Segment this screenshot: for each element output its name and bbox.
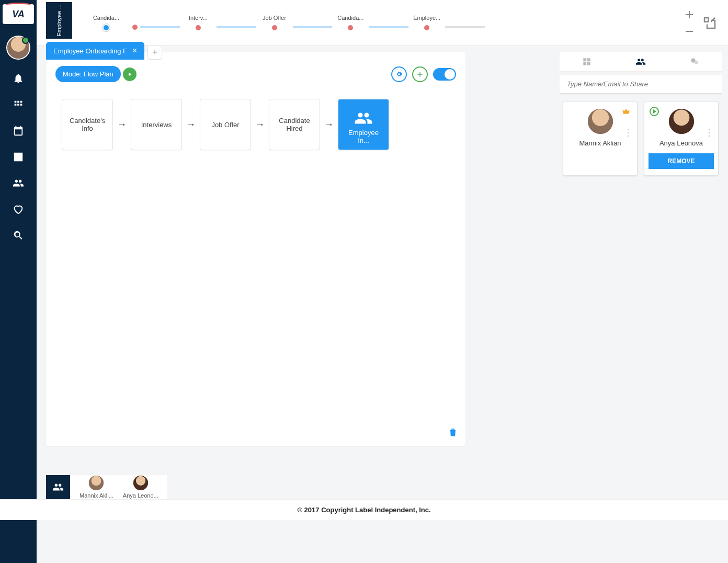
right-panel: Mannix Aklian ⋮ Anya Leonova ⋮ REMOVE xyxy=(560,52,722,183)
people-icon xyxy=(354,109,373,128)
progress-dot[interactable] xyxy=(271,24,278,31)
progress-dot[interactable] xyxy=(103,24,110,31)
add-tab-button[interactable]: + xyxy=(147,45,162,60)
zoom-in-icon[interactable] xyxy=(683,8,696,21)
user-name: Anya Leonova xyxy=(659,139,703,147)
bottom-bar: Mannix Akli... Anya Leono... xyxy=(46,475,167,499)
progress-label: Candida... xyxy=(337,15,363,21)
user-avatar xyxy=(669,109,694,134)
bell-icon[interactable] xyxy=(11,71,26,86)
more-icon[interactable]: ⋮ xyxy=(623,131,633,134)
progress-dot[interactable] xyxy=(347,24,354,31)
flow-cards: Candidate's Info → Interviews → Job Offe… xyxy=(46,88,465,161)
progress-label: Candida... xyxy=(93,15,119,21)
share-input[interactable] xyxy=(560,75,722,94)
people-icon[interactable] xyxy=(11,176,26,190)
mode-pill[interactable]: Mode: Flow Plan xyxy=(55,66,121,82)
sidebar: VA xyxy=(0,0,37,563)
people-icon[interactable] xyxy=(46,475,70,499)
add-button[interactable] xyxy=(412,66,428,82)
tab-title: Employee Onboarding F xyxy=(53,47,127,55)
svg-point-1 xyxy=(695,61,698,64)
arrow-icon: → xyxy=(255,119,265,130)
settings-button[interactable] xyxy=(391,66,407,82)
progress-label: Employe... xyxy=(413,15,440,21)
vertical-tab[interactable]: Employee ... xyxy=(46,2,72,39)
flow-card-active[interactable]: Employee In... xyxy=(338,99,389,150)
panel-tab-settings[interactable] xyxy=(668,52,722,71)
remove-button[interactable]: REMOVE xyxy=(649,153,714,169)
progress-label: Job Offer xyxy=(263,15,286,21)
more-icon[interactable]: ⋮ xyxy=(704,131,714,134)
flow-card[interactable]: Candidate's Info xyxy=(62,99,113,150)
panel-tab-people[interactable] xyxy=(613,52,667,71)
fullscreen-icon[interactable] xyxy=(702,15,718,31)
app-logo[interactable]: VA xyxy=(3,4,34,24)
crown-icon xyxy=(621,107,631,118)
arrow-icon: → xyxy=(117,119,127,130)
flow-card[interactable]: Interviews xyxy=(131,99,182,150)
arrow-icon: → xyxy=(186,119,196,130)
panel-tab-grid[interactable] xyxy=(560,52,613,71)
flow-card[interactable]: Job Offer xyxy=(200,99,251,150)
user-avatar xyxy=(588,109,613,134)
topbar: Employee ... Candida... Interv... Job Of… xyxy=(37,0,728,46)
progress-dot[interactable] xyxy=(195,24,202,31)
progress-dot[interactable] xyxy=(131,24,139,31)
toggle-switch[interactable] xyxy=(433,68,456,81)
play-indicator-icon xyxy=(650,107,659,116)
close-icon[interactable]: × xyxy=(132,46,137,55)
progress-track: Candida... Interv... Job Offer Candida..… xyxy=(88,13,683,33)
heart-icon[interactable] xyxy=(11,202,26,217)
user-card[interactable]: Mannix Aklian ⋮ xyxy=(563,101,638,176)
main-canvas: Employee Onboarding F × + Mode: Flow Pla… xyxy=(46,52,465,446)
arrow-icon: → xyxy=(324,119,334,130)
flow-card[interactable]: Candidate Hired xyxy=(269,99,320,150)
footer: © 2017 Copyright Label Independent, Inc. xyxy=(0,499,728,520)
tab-active[interactable]: Employee Onboarding F × xyxy=(46,42,144,60)
note-icon[interactable] xyxy=(11,150,26,164)
play-button[interactable] xyxy=(122,66,138,82)
progress-label: Interv... xyxy=(189,15,208,21)
search-icon[interactable] xyxy=(11,228,26,243)
apps-icon[interactable] xyxy=(11,97,26,112)
calendar-icon[interactable] xyxy=(11,123,26,138)
bottom-user[interactable]: Anya Leono... xyxy=(123,476,158,499)
progress-dot[interactable] xyxy=(423,24,430,31)
trash-button[interactable] xyxy=(448,427,458,440)
zoom-out-icon[interactable] xyxy=(683,25,696,38)
bottom-user[interactable]: Mannix Akli... xyxy=(79,476,113,499)
user-card[interactable]: Anya Leonova ⋮ REMOVE xyxy=(644,101,719,176)
user-name: Mannix Aklian xyxy=(579,139,621,147)
user-avatar[interactable] xyxy=(6,36,30,60)
